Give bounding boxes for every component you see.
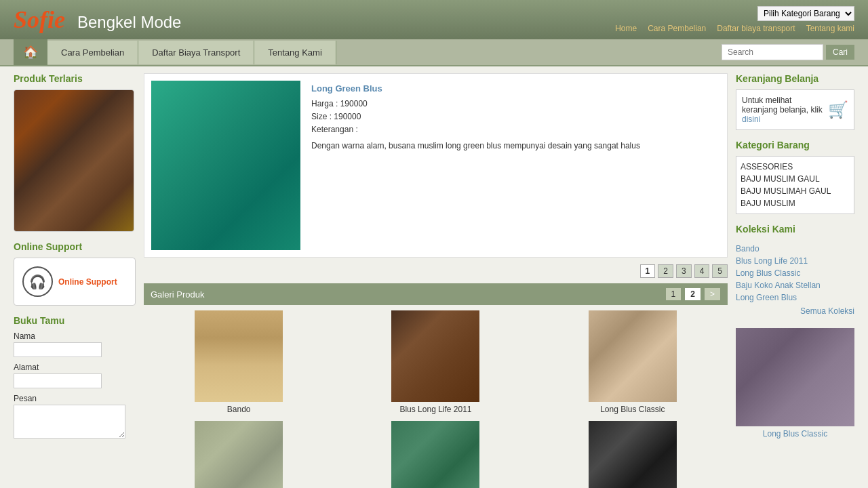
koleksi-item-baju-koko[interactable]: Baju Koko Anak Stellan <box>736 279 854 291</box>
gallery-image-row2-1 <box>195 421 283 488</box>
online-support-title: Online Support <box>14 241 136 252</box>
page-1[interactable]: 1 <box>640 264 656 278</box>
header: Sofie Bengkel Mode Pilih Kategori Barang… <box>0 0 868 39</box>
featured-product-keterangan-label: Keterangan : <box>311 123 717 136</box>
gallery-grid: Bando Blus Long Life 2011 Long Blus Clas… <box>144 310 728 488</box>
featured-product-description: Dengan warna alam, busana muslim long gr… <box>311 140 717 152</box>
koleksi-item-long-green-blus[interactable]: Long Green Blus <box>736 291 854 304</box>
nama-label: Nama <box>14 331 136 341</box>
page-5[interactable]: 5 <box>712 264 728 278</box>
page-3[interactable]: 3 <box>676 264 692 278</box>
gallery-item-blus-long-life[interactable]: Blus Long Life 2011 <box>340 310 530 414</box>
koleksi-title: Koleksi Kami <box>736 224 854 235</box>
gallery-image-blus-long-life <box>391 310 479 402</box>
navbar-biaya-transport[interactable]: Daftar Biaya Transport <box>138 41 254 64</box>
search-button[interactable]: Cari <box>826 45 854 60</box>
navbar-cara-pembelian[interactable]: Cara Pembelian <box>47 41 138 64</box>
koleksi-list: Bando Blus Long Life 2011 Long Blus Clas… <box>736 240 854 319</box>
main-content: Produk Terlaris Online Support 🎧 Online … <box>0 66 868 488</box>
page-4[interactable]: 4 <box>694 264 710 278</box>
featured-product-image[interactable] <box>14 89 134 232</box>
header-nav-tentang[interactable]: Tentang kami <box>806 24 854 33</box>
gallery-image-row2-3 <box>589 421 677 488</box>
buku-tamu-section: Buku Tamu Nama Alamat Pesan <box>14 315 136 441</box>
koleksi-item-blus-long-life[interactable]: Blus Long Life 2011 <box>736 255 854 267</box>
koleksi-section: Koleksi Kami Bando Blus Long Life 2011 L… <box>736 224 854 319</box>
header-nav-cara[interactable]: Cara Pembelian <box>648 24 706 33</box>
right-product-image[interactable] <box>736 328 854 426</box>
featured-product-name[interactable]: Long Green Blus <box>311 83 717 94</box>
nama-field: Nama <box>14 331 136 357</box>
cart-disini-link[interactable]: disini <box>742 115 760 124</box>
gallery-pagination: 1 2 > <box>665 287 721 301</box>
kategori-item-baju-muslimah-gaul[interactable]: BAJU MUSLIMAH GAUL <box>741 185 850 197</box>
koleksi-item-long-blus-classic[interactable]: Long Blus Classic <box>736 267 854 279</box>
gallery-item-long-blus-classic[interactable]: Long Blus Classic <box>538 310 728 414</box>
cart-text-label: Untuk melihat keranjang belanja, klik <box>742 96 823 115</box>
sidebar-right: Keranjang Belanja Untuk melihat keranjan… <box>736 73 854 488</box>
navbar-search: Cari <box>722 44 854 60</box>
gallery-image-long-blus-classic <box>589 310 677 402</box>
gallery-page-2[interactable]: 2 <box>684 287 701 301</box>
pesan-label: Pesan <box>14 394 136 403</box>
gallery-item-row2-3[interactable] <box>538 421 728 488</box>
logo: Sofie Bengkel Mode <box>14 5 181 34</box>
gallery-label-bando: Bando <box>227 405 251 414</box>
cart-icon: 🛒 <box>828 100 848 119</box>
gallery-title: Galeri Produk <box>151 289 204 300</box>
page-2[interactable]: 2 <box>658 264 673 278</box>
gallery-section: Galeri Produk 1 2 > Bando <box>144 283 728 488</box>
gallery-image-bando <box>195 310 283 402</box>
gallery-item-row2-2[interactable] <box>340 421 530 488</box>
kategori-select[interactable]: Pilih Kategori Barang <box>757 6 854 21</box>
gallery-header: Galeri Produk 1 2 > <box>144 283 728 305</box>
gallery-next-button[interactable]: > <box>704 287 721 301</box>
featured-product-info: Long Green Blus Harga : 190000 Size : 19… <box>309 81 720 250</box>
kategori-item-baju-muslim[interactable]: BAJU MUSLIM <box>741 197 850 209</box>
support-label: Online Support <box>58 277 117 287</box>
alamat-label: Alamat <box>14 363 136 372</box>
right-product-label: Long Blus Classic <box>736 429 854 439</box>
pesan-textarea[interactable] <box>14 405 125 439</box>
featured-product-main-image <box>151 81 300 250</box>
gallery-item-bando[interactable]: Bando <box>144 310 334 414</box>
featured-product-size: Size : 190000 <box>311 110 717 123</box>
alamat-field: Alamat <box>14 363 136 388</box>
content-center: Long Green Blus Harga : 190000 Size : 19… <box>144 73 728 488</box>
gallery-page-1[interactable]: 1 <box>665 287 682 301</box>
kategori-barang-title: Kategori Barang <box>736 140 854 150</box>
navbar-home-button[interactable]: 🏠 <box>14 39 47 65</box>
semua-koleksi-link[interactable]: Semua Koleksi <box>736 306 854 316</box>
produk-terlaris-title: Produk Terlaris <box>14 73 136 84</box>
cart-text: Untuk melihat keranjang belanja, klik di… <box>742 96 824 124</box>
online-support-section: Online Support 🎧 Online Support <box>14 241 136 306</box>
kategori-list: ASSESORIES BAJU MUSLIM GAUL BAJU MUSLIMA… <box>736 156 854 214</box>
kategori-item-baju-muslim-gaul[interactable]: BAJU MUSLIM GAUL <box>741 173 850 185</box>
sidebar-left: Produk Terlaris Online Support 🎧 Online … <box>14 73 136 488</box>
cart-section: Keranjang Belanja Untuk melihat keranjan… <box>736 73 854 130</box>
header-nav-home[interactable]: Home <box>615 24 637 33</box>
buku-tamu-title: Buku Tamu <box>14 315 136 326</box>
header-nav-biaya[interactable]: Daftar biaya transport <box>717 24 795 33</box>
alamat-input[interactable] <box>14 373 102 388</box>
navbar-tentang-kami[interactable]: Tentang Kami <box>254 41 336 64</box>
featured-product-harga: Harga : 190000 <box>311 98 717 110</box>
logo-bengkel: Bengkel Mode <box>77 13 181 31</box>
kategori-dropdown[interactable]: Pilih Kategori Barang <box>757 6 854 21</box>
gallery-image-row2-2 <box>391 421 479 488</box>
kategori-item-assesories[interactable]: ASSESORIES <box>741 161 850 173</box>
nama-input[interactable] <box>14 342 102 357</box>
pagination: 1 2 3 4 5 <box>144 264 728 278</box>
keranjang-title: Keranjang Belanja <box>736 73 854 84</box>
cart-box: Untuk melihat keranjang belanja, klik di… <box>736 89 854 130</box>
logo-sofie: Sofie <box>14 6 65 33</box>
header-nav: Home Cara Pembelian Daftar biaya transpo… <box>615 24 854 33</box>
pesan-field: Pesan <box>14 394 136 441</box>
gallery-item-row2-1[interactable] <box>144 421 334 488</box>
featured-display: Long Green Blus Harga : 190000 Size : 19… <box>144 73 728 258</box>
kategori-barang-section: Kategori Barang ASSESORIES BAJU MUSLIM G… <box>736 140 854 214</box>
gallery-label-blus-long-life: Blus Long Life 2011 <box>399 405 471 414</box>
koleksi-item-bando[interactable]: Bando <box>736 243 854 255</box>
support-box: 🎧 Online Support <box>14 258 136 306</box>
search-input[interactable] <box>722 44 823 60</box>
